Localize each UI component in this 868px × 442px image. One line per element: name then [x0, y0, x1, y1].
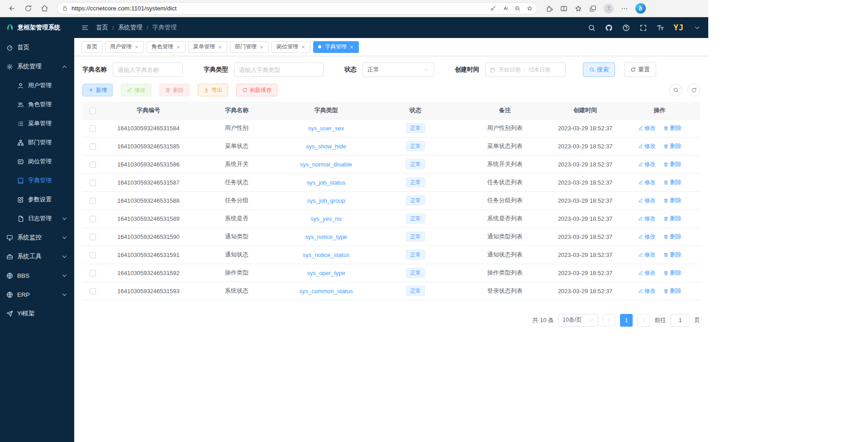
row-delete-button[interactable]: 删除: [663, 269, 681, 277]
tab-user-management[interactable]: 用户管理: [105, 41, 144, 53]
dict-type-link[interactable]: sys_job_group: [307, 197, 345, 204]
select-all-checkbox[interactable]: [90, 108, 96, 114]
github-icon[interactable]: [605, 24, 613, 32]
row-edit-button[interactable]: 修改: [638, 161, 656, 168]
favorite-star-icon[interactable]: [527, 5, 533, 11]
user-avatar-logo[interactable]: YJ: [674, 23, 684, 32]
dict-type-link[interactable]: sys_notice_status: [303, 252, 349, 258]
delete-button[interactable]: 删除: [159, 84, 190, 96]
row-delete-button[interactable]: 删除: [663, 161, 681, 168]
page-size-select[interactable]: 10条/页: [558, 314, 598, 327]
row-edit-button[interactable]: 修改: [638, 269, 656, 277]
sidebar-item-user-management[interactable]: 用户管理: [0, 76, 74, 95]
edit-button[interactable]: 修改: [121, 84, 151, 96]
sidebar-item-system-management[interactable]: 系统管理: [0, 57, 74, 76]
row-checkbox[interactable]: [90, 288, 96, 295]
breadcrumb-home[interactable]: 首页: [96, 24, 108, 32]
row-delete-button[interactable]: 删除: [663, 287, 681, 295]
url-input[interactable]: [72, 5, 486, 12]
sidebar-item-dept-management[interactable]: 部门管理: [0, 133, 74, 152]
tab-post-management[interactable]: 岗位管理: [272, 41, 310, 53]
browser-refresh-button[interactable]: [21, 2, 35, 15]
row-checkbox[interactable]: [90, 270, 96, 276]
sidebar-item-erp[interactable]: ERP: [0, 285, 74, 304]
row-checkbox[interactable]: [90, 180, 96, 186]
date-range-picker[interactable]: 开始日期 - 结束日期: [485, 62, 566, 77]
sidebar-item-system-monitor[interactable]: 系统监控: [0, 228, 74, 247]
row-delete-button[interactable]: 删除: [663, 179, 681, 186]
dict-type-input[interactable]: [234, 62, 324, 77]
row-edit-button[interactable]: 修改: [638, 197, 656, 204]
close-icon[interactable]: [176, 45, 181, 49]
browser-profile-avatar[interactable]: [604, 4, 614, 14]
split-screen-icon[interactable]: [560, 5, 568, 12]
row-delete-button[interactable]: 删除: [663, 197, 681, 204]
dict-type-link[interactable]: sys_user_sex: [308, 125, 344, 132]
collections-icon[interactable]: [589, 5, 596, 12]
row-checkbox[interactable]: [90, 162, 96, 168]
sidebar-item-home[interactable]: 首页: [0, 38, 74, 57]
row-checkbox[interactable]: [90, 252, 96, 258]
toggle-search-button[interactable]: [669, 84, 682, 96]
extensions-icon[interactable]: [546, 5, 553, 12]
tab-home[interactable]: 首页: [81, 41, 102, 53]
breadcrumb-system[interactable]: 系统管理: [118, 24, 143, 32]
dict-name-input[interactable]: [113, 62, 183, 77]
goto-page-input[interactable]: [671, 314, 690, 327]
favorites-icon[interactable]: [575, 5, 582, 12]
tab-role-management[interactable]: 角色管理: [147, 41, 186, 53]
row-delete-button[interactable]: 删除: [663, 251, 681, 259]
row-edit-button[interactable]: 修改: [638, 233, 656, 241]
sidebar-item-menu-management[interactable]: 菜单管理: [0, 114, 74, 133]
dict-type-link[interactable]: sys_oper_type: [307, 270, 345, 276]
export-button[interactable]: 导出: [198, 84, 228, 96]
refresh-cache-button[interactable]: 刷新缓存: [236, 84, 277, 96]
row-checkbox[interactable]: [90, 125, 96, 132]
status-select[interactable]: 正常: [362, 62, 434, 77]
copilot-bing-icon[interactable]: b: [635, 3, 646, 14]
sidebar-item-dict-management[interactable]: 字典管理: [0, 171, 74, 190]
help-icon[interactable]: [622, 24, 630, 32]
browser-menu-icon[interactable]: [621, 5, 628, 12]
close-icon[interactable]: [218, 45, 222, 49]
row-edit-button[interactable]: 修改: [638, 143, 656, 150]
search-icon[interactable]: [588, 24, 596, 32]
row-delete-button[interactable]: 删除: [663, 233, 681, 241]
collapse-sidebar-button[interactable]: [81, 24, 89, 31]
add-button[interactable]: 新增: [82, 84, 113, 96]
read-aloud-icon[interactable]: [502, 5, 508, 11]
dict-type-link[interactable]: sys_yes_no: [310, 215, 342, 222]
chevron-down-icon[interactable]: [693, 24, 701, 32]
browser-home-button[interactable]: [37, 2, 52, 15]
row-checkbox[interactable]: [90, 234, 96, 240]
next-page-button[interactable]: [637, 314, 650, 327]
close-icon[interactable]: [259, 45, 264, 49]
page-number-1[interactable]: 1: [620, 314, 633, 327]
row-edit-button[interactable]: 修改: [638, 251, 656, 259]
sidebar-item-system-tools[interactable]: 系统工具: [0, 247, 74, 266]
sidebar-item-param-settings[interactable]: 参数设置: [0, 190, 74, 209]
dict-type-link[interactable]: sys_notice_type: [305, 233, 347, 240]
dict-type-link[interactable]: sys_job_status: [307, 179, 346, 186]
tab-menu-management[interactable]: 菜单管理: [188, 41, 227, 53]
close-icon[interactable]: [134, 45, 139, 49]
tab-dept-management[interactable]: 部门管理: [230, 41, 269, 53]
row-delete-button[interactable]: 删除: [663, 215, 681, 223]
sidebar-item-log-management[interactable]: 日志管理: [0, 209, 74, 228]
sidebar-item-role-management[interactable]: 角色管理: [0, 95, 74, 114]
prev-page-button[interactable]: [603, 314, 615, 327]
row-edit-button[interactable]: 修改: [638, 287, 656, 295]
font-size-icon[interactable]: [657, 24, 664, 32]
tab-dict-management[interactable]: 字典管理: [313, 41, 359, 53]
row-edit-button[interactable]: 修改: [638, 124, 656, 132]
reset-button[interactable]: 重置: [624, 62, 656, 77]
zoom-out-icon[interactable]: [515, 5, 520, 11]
refresh-table-button[interactable]: [687, 84, 700, 96]
sidebar-item-bbs[interactable]: BBS: [0, 266, 74, 285]
search-button[interactable]: 搜索: [583, 62, 615, 77]
dict-type-link[interactable]: sys_common_status: [299, 288, 353, 295]
password-key-icon[interactable]: [490, 5, 496, 11]
row-delete-button[interactable]: 删除: [663, 124, 681, 132]
row-checkbox[interactable]: [90, 198, 96, 204]
dict-type-link[interactable]: sys_show_hide: [306, 143, 346, 150]
